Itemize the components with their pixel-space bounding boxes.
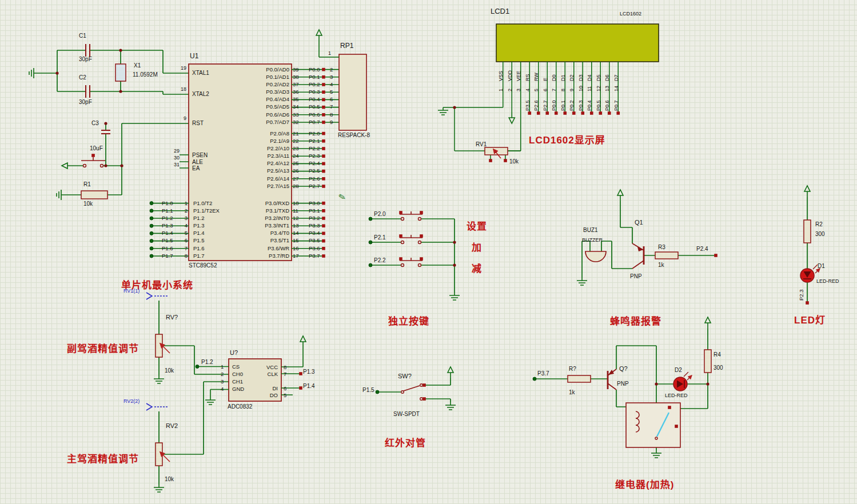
pin-name: P1.7 — [193, 253, 205, 259]
relay-component[interactable] — [626, 403, 680, 447]
pin-name: P2.6/A14 — [229, 175, 289, 182]
component-value-label: 10k — [83, 201, 93, 207]
reset-button[interactable] — [81, 154, 105, 167]
net-flag-label: RV1(1) — [123, 288, 139, 294]
net-label: P0.1 — [309, 74, 320, 80]
pot2-body[interactable] — [156, 443, 162, 466]
component-ref-label: BUZ1 — [583, 227, 598, 234]
pin-row: P2.4/A1225P2.4 — [229, 160, 343, 167]
component-ref-label: SW? — [398, 373, 412, 380]
respack-pin-number: 9 — [330, 119, 333, 125]
mcu-p3-rows: P3.0/RXD10P3.0P3.1/TXD11P3.1P3.2/INT012P… — [229, 199, 343, 260]
pin-name: P3.5/T1 — [229, 237, 289, 243]
net-label: P1.4 — [162, 230, 173, 236]
pin-number: 4 — [178, 222, 188, 229]
pin-name: RST — [192, 120, 204, 127]
pin-row: P1.12P1.1/T2EX — [137, 207, 234, 214]
component-ref-label: D1 — [818, 263, 825, 270]
respack-pin-number: 4 — [330, 81, 333, 87]
net-label: P2.5 — [309, 167, 320, 174]
pin-number: 5 — [178, 230, 188, 236]
net-label: P2.7 — [309, 183, 320, 189]
component-part-label: LED-RED — [665, 393, 688, 398]
pin-name: XTAL2 — [192, 91, 209, 98]
power-arrow — [617, 190, 623, 201]
net-label: P0.3 — [578, 91, 584, 111]
pin-name: DO — [256, 392, 278, 398]
pin-name: P2.3/A11 — [229, 153, 289, 159]
net-label: P3.7 — [537, 370, 549, 377]
section-caption-lcd: LCD1602显示屏 — [529, 132, 605, 146]
resistor-r4-body[interactable] — [704, 350, 711, 373]
component-part-label: LED-RED — [816, 278, 839, 284]
pin-name: CLK — [256, 371, 278, 377]
pin-name: P1.0/T2 — [193, 200, 212, 206]
pin-number: 37 — [293, 81, 304, 87]
net-label: P3.2 — [309, 215, 320, 221]
ground-symbol — [438, 107, 448, 115]
crystal-body[interactable] — [115, 64, 126, 81]
lcd-pin-name: RW — [533, 64, 539, 81]
pin-name: P0.1/AD1 — [229, 74, 289, 80]
led-d2[interactable] — [673, 372, 692, 391]
lcd-pin-column: D714P0.7 — [614, 64, 623, 117]
pin-name: P0.6/AD6 — [229, 111, 289, 118]
pin-row: P3.0/RXD10P3.0 — [229, 199, 343, 207]
lcd-pin-name: D1 — [560, 64, 566, 81]
transistor-q1[interactable] — [632, 243, 644, 269]
pin-number: 35 — [293, 96, 304, 102]
lcd-pin-column: D07P0.0 — [552, 64, 561, 117]
lcd-pin-name: RS — [525, 64, 531, 81]
key-button-set[interactable] — [399, 211, 423, 266]
pin-number: 31 — [165, 162, 180, 167]
pin-name: P0.5/AD5 — [229, 103, 289, 110]
component-ref-label: RP1 — [340, 42, 353, 50]
net-label: P0.7 — [309, 119, 320, 125]
resistor-rq-body[interactable] — [568, 375, 591, 382]
pin-row: P1.01P1.0/T2 — [137, 199, 234, 207]
pin-number: 17 — [293, 253, 304, 259]
lcd-pin-number: 14 — [613, 82, 619, 91]
lcd-pin-number: 10 — [578, 82, 584, 91]
component-ref-label: R2 — [815, 221, 823, 228]
net-label: P1.4 — [303, 383, 315, 390]
lcd-pin-name: D7 — [613, 64, 619, 81]
resistor-r1-body[interactable] — [81, 191, 107, 199]
transistor-q2[interactable] — [608, 369, 616, 390]
spdt-switch[interactable] — [401, 383, 426, 401]
component-part-label: ADC0832 — [228, 403, 252, 410]
pot1-body[interactable] — [156, 334, 162, 357]
net-label: P1.3 — [162, 222, 173, 229]
pin-number: 4 — [221, 386, 224, 392]
pin-name: CS — [232, 363, 240, 370]
lcd-pin-number: 7 — [551, 82, 557, 91]
pin-row: P0.7/AD732P0.79 — [229, 118, 343, 126]
net-flag-label: RV2(2) — [123, 398, 139, 404]
component-ref-label: R? — [569, 366, 576, 373]
pin-name: P1.4 — [193, 230, 205, 236]
power-arrow — [316, 30, 322, 41]
net-label: P3.0 — [309, 200, 320, 206]
buzzer-body[interactable] — [585, 251, 606, 262]
pin-name: P2.0/A8 — [229, 130, 289, 137]
component-value-label: 10k — [509, 158, 519, 165]
component-ref-label: RV1 — [476, 141, 487, 148]
lcd-pin-column: VDD2 — [508, 64, 517, 117]
pin-name: P3.1/TXD — [229, 207, 289, 214]
pin-number: 21 — [293, 130, 304, 137]
ground-symbol — [154, 485, 164, 492]
pin-name: P0.0/AD0 — [229, 66, 289, 73]
pin-number: 8 — [284, 364, 286, 370]
respack-pin-number: 6 — [330, 96, 333, 102]
section-caption-led: LED灯 — [794, 312, 826, 326]
lcd-pin-number: 3 — [516, 82, 521, 91]
pin-number: 1 — [328, 50, 331, 56]
pin-row: DI6 — [256, 385, 290, 391]
pin-name: P1.3 — [193, 222, 205, 229]
lcd-pin-number: 4 — [525, 82, 531, 91]
component-ref-label: X1 — [134, 62, 141, 69]
resistor-r2-body[interactable] — [804, 220, 811, 243]
component-value-label: 300 — [713, 365, 723, 371]
net-label: P2.3 — [798, 282, 804, 301]
resistor-r3-body[interactable] — [655, 252, 678, 259]
